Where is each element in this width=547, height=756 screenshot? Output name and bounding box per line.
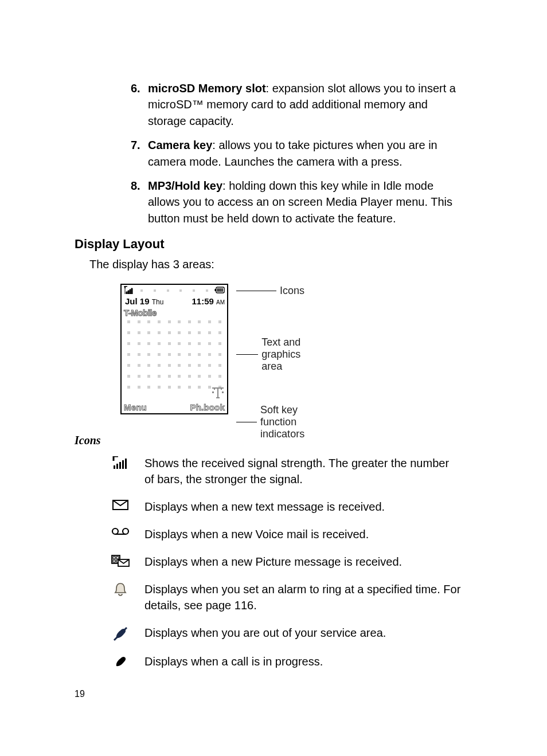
svg-point-14 <box>123 528 128 534</box>
decorative-dot-grid <box>124 320 225 389</box>
callout-icons: Icons <box>236 285 304 297</box>
date-time-line: Jul 19 Thu 11:59 AM <box>122 296 227 308</box>
callout-text-area: Text and graphics area <box>236 336 319 373</box>
svg-rect-5 <box>212 391 214 393</box>
envelope-icon <box>109 499 132 510</box>
list-number: 8. <box>131 178 148 226</box>
intro-text: The display has 3 areas: <box>89 256 484 272</box>
t-logo-icon <box>212 387 224 398</box>
svg-rect-3 <box>221 288 223 292</box>
list-item: 8. MP3/Hold key: holding down this key w… <box>131 178 461 226</box>
list-item: 7. Camera key: allows you to take pictur… <box>131 137 461 170</box>
svg-rect-8 <box>116 464 118 469</box>
page-number: 19 <box>75 689 484 699</box>
numbered-list: 6. microSD Memory slot: expansion slot a… <box>131 80 461 226</box>
list-number: 6. <box>131 80 148 129</box>
status-bar <box>122 285 227 296</box>
svg-rect-16 <box>113 557 115 559</box>
phone-screen-mock: Jul 19 Thu 11:59 AM T-Mobile Menu Ph.boo… <box>120 284 228 414</box>
softkey-bar: Menu Ph.book <box>124 402 225 412</box>
svg-rect-2 <box>220 288 221 292</box>
svg-rect-4 <box>215 289 217 291</box>
svg-rect-1 <box>217 288 219 292</box>
section-heading-display-layout: Display Layout <box>75 237 484 252</box>
phone-handset-icon <box>109 653 132 669</box>
softkey-right: Ph.book <box>190 402 225 412</box>
no-service-icon <box>109 625 132 642</box>
icon-desc: Displays when you are out of your servic… <box>144 625 461 641</box>
icon-description-table: Shows the received signal strength. The … <box>109 455 461 669</box>
manual-page: 6. microSD Memory slot: expansion slot a… <box>0 0 547 734</box>
icon-row-picture-message: Displays when a new Picture message is r… <box>109 554 461 570</box>
svg-rect-9 <box>119 462 121 469</box>
signal-strength-icon <box>109 455 132 469</box>
softkey-left: Menu <box>124 402 147 412</box>
callout-softkeys: Soft key function indicators <box>236 404 324 440</box>
list-body: microSD Memory slot: expansion slot allo… <box>148 80 461 129</box>
svg-rect-6 <box>222 391 224 393</box>
svg-rect-10 <box>122 460 124 469</box>
svg-rect-11 <box>125 459 127 469</box>
icon-row-in-call: Displays when a call is in progress. <box>109 653 461 669</box>
decorative-dots <box>135 285 213 296</box>
list-lead: Camera key <box>148 139 212 151</box>
list-body: Camera key: allows you to take pictures … <box>148 137 461 170</box>
signal-icon <box>124 286 134 296</box>
icon-row-voicemail: Displays when a new Voice mail is receiv… <box>109 526 461 542</box>
icon-desc: Displays when a new Picture message is r… <box>144 554 461 570</box>
icon-row-text-message: Displays when a new text message is rece… <box>109 499 461 515</box>
icon-desc: Displays when you set an alarm to ring a… <box>144 581 461 613</box>
svg-rect-18 <box>113 560 115 562</box>
time: 11:59 AM <box>192 296 225 306</box>
list-lead: MP3/Hold key <box>148 179 222 192</box>
icon-desc: Displays when a new text message is rece… <box>144 499 461 515</box>
icon-desc: Shows the received signal strength. The … <box>144 455 461 487</box>
icon-desc: Displays when a call is in progress. <box>144 653 461 669</box>
date: Jul 19 Thu <box>125 296 163 306</box>
svg-rect-7 <box>114 465 115 469</box>
picture-message-icon <box>109 554 132 567</box>
list-number: 7. <box>131 137 148 170</box>
svg-point-13 <box>112 528 118 534</box>
bell-icon <box>109 581 132 597</box>
list-lead: microSD Memory slot <box>148 82 266 95</box>
list-body: MP3/Hold key: holding down this key whil… <box>148 178 461 226</box>
phone-display-figure: Jul 19 Thu 11:59 AM T-Mobile Menu Ph.boo… <box>120 284 484 414</box>
icon-row-alarm: Displays when you set an alarm to ring a… <box>109 581 461 613</box>
voicemail-icon <box>109 526 132 535</box>
carrier-label: T-Mobile <box>122 308 227 318</box>
svg-rect-17 <box>116 557 119 559</box>
icon-row-no-service: Displays when you are out of your servic… <box>109 625 461 642</box>
icon-row-signal: Shows the received signal strength. The … <box>109 455 461 487</box>
battery-icon <box>214 287 225 295</box>
icon-desc: Displays when a new Voice mail is receiv… <box>144 526 461 542</box>
list-item: 6. microSD Memory slot: expansion slot a… <box>131 80 461 129</box>
